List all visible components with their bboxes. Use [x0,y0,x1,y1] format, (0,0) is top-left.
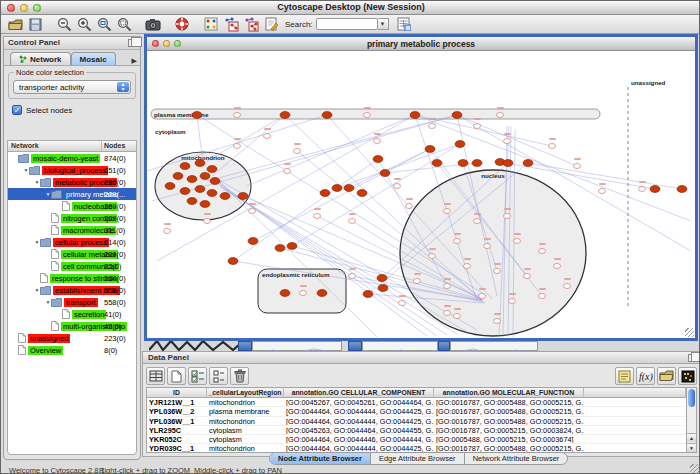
attribute-import-icon[interactable] [394,16,414,33]
network-node[interactable] [454,239,461,244]
network-node[interactable] [399,301,406,306]
network-node-selected[interactable] [425,146,435,153]
tree-row[interactable]: nucleobase-209(0) [8,200,136,212]
attribute-columns-icon[interactable] [209,367,228,385]
network-node-selected[interactable] [503,160,513,167]
tree-row[interactable]: ▼establishment of lo558(0) [8,284,136,296]
help-lifering-icon[interactable] [172,16,192,33]
network-node-selected[interactable] [220,193,230,200]
network-node-selected[interactable] [363,291,373,298]
table-cell[interactable]: mitochondrion [207,417,284,425]
tab-overflow-arrow-icon[interactable]: ▶ [132,57,137,65]
network-node[interactable] [444,209,451,214]
tree-row[interactable]: nitrogen compo209(0) [8,212,136,224]
network-node[interactable] [504,214,511,219]
select-nodes-checkbox[interactable]: ✓ [12,105,22,115]
network-node-selected[interactable] [280,112,290,119]
network-node[interactable] [234,113,241,118]
table-cell[interactable]: YKR052C [147,435,207,443]
network-node[interactable] [300,291,307,296]
background-window-edge[interactable] [450,341,538,351]
network-node[interactable] [539,294,546,299]
table-row[interactable]: YKR052Ccytoplasm[GO:0044464, GO:0044446,… [147,435,686,444]
network-node[interactable] [364,113,371,118]
network-node[interactable] [514,239,521,244]
network-node[interactable] [249,209,256,214]
tree-column-nodes[interactable]: Nodes [102,141,136,151]
tab-node-attribute-browser[interactable]: Node Attribute Browser [270,453,371,464]
network-node-selected[interactable] [192,112,202,119]
network-node-selected[interactable] [410,112,420,119]
network-node[interactable] [444,311,451,316]
frame-resize-grip[interactable] [685,328,694,337]
network-node-selected[interactable] [472,160,482,167]
network-node[interactable] [524,274,531,279]
network-node[interactable] [574,164,581,169]
tree-row[interactable]: ▼biological_process651(0) [8,164,136,176]
table-cell[interactable]: [GO:0016787, GO:0005488, GO:0005215, G..… [434,398,584,406]
network-node-selected[interactable] [344,185,354,192]
snapshot-camera-icon[interactable] [143,16,163,33]
network-node-selected[interactable] [378,285,388,292]
network-node-selected[interactable] [238,193,248,200]
network-node-selected[interactable] [317,290,327,297]
tree-row[interactable]: secretion41(0) [8,308,136,320]
network-node-selected[interactable] [207,166,217,173]
network-node-selected[interactable] [432,160,442,167]
network-node[interactable] [349,219,356,224]
table-cell[interactable]: [GO:0045263, GO:0044464, GO:0044455, G..… [284,426,434,434]
open-session-icon[interactable] [5,16,25,33]
table-row[interactable]: YLR295Ccytoplasm[GO:0045263, GO:0044464,… [147,426,686,435]
network-node-selected[interactable] [180,163,190,170]
network-node-selected[interactable] [377,275,387,282]
tab-edge-attribute-browser[interactable]: Edge Attribute Browser [371,453,465,464]
nucleus-region[interactable] [400,170,586,336]
tree-column-network[interactable]: Network [8,141,102,151]
matrix-editor-icon[interactable] [678,367,697,385]
float-panel-icon[interactable] [128,39,137,47]
network-node-selected[interactable] [523,160,533,167]
table-scrollbar[interactable]: ▲ ▼ [686,387,697,453]
network-node[interactable] [204,219,211,224]
network-node-selected[interactable] [195,186,205,193]
network-node-selected[interactable] [275,245,285,252]
network-node[interactable] [374,139,381,144]
network-node-selected[interactable] [187,176,197,183]
network-view-titlebar[interactable]: primary metabolic process [147,37,695,51]
table-cell[interactable]: YDR039C__1 [147,444,207,452]
table-row[interactable]: YJR121W__1mitochondrion[GO:0045267, GO:0… [147,398,686,407]
network-node-selected[interactable] [280,290,290,297]
tab-network-attribute-browser[interactable]: Network Attribute Browser [465,453,568,464]
network-node-selected[interactable] [332,185,342,192]
network-node[interactable] [444,284,451,289]
network-node[interactable] [539,249,546,254]
scrollbar-thumb[interactable] [688,389,695,407]
node-color-dropdown[interactable]: transporter activity ▲▼ [13,80,131,94]
network-node[interactable] [494,269,501,274]
network-node[interactable] [264,134,271,139]
table-row[interactable]: YPL036W__2plasma membrane[GO:0044464, GO… [147,407,686,416]
network-node[interactable] [599,189,606,194]
network-edge[interactable] [207,115,285,161]
network-node-selected[interactable] [210,178,220,185]
network-node[interactable] [484,244,491,249]
search-input[interactable] [316,18,378,30]
table-cell[interactable]: plasma membrane [207,407,284,415]
table-cell[interactable]: mitochondrion [207,398,284,406]
zoom-fit-icon[interactable] [114,16,134,33]
background-window-edge[interactable] [238,341,252,351]
table-cell[interactable]: YLR295C [147,426,207,434]
table-cell[interactable]: cytoplasm [207,435,284,443]
table-cell[interactable]: [GO:0005488, GO:0005215, GO:0003674] [434,435,584,443]
network-node-selected[interactable] [228,258,238,265]
annotation-icon[interactable] [261,16,281,33]
network-node-selected[interactable] [380,170,390,177]
network-node[interactable] [429,254,436,259]
window-resize-grip[interactable] [690,464,699,473]
tree-row[interactable]: ▼cellular process614(0) [8,236,136,248]
network-canvas[interactable]: nucleusmitochondrionendoplasmic reticulu… [147,51,695,338]
tab-network[interactable]: Network [10,52,71,65]
network-node[interactable] [479,294,486,299]
network-node[interactable] [394,184,401,189]
notes-icon[interactable] [615,367,634,385]
